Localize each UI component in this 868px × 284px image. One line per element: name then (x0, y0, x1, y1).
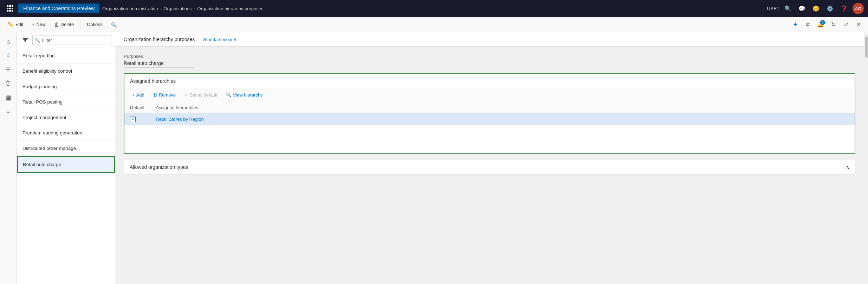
filter-input-wrap: 🔍 (32, 35, 111, 45)
purposes-field: Purposes Retail auto charge (124, 54, 855, 68)
trash-icon: 🗑 (153, 92, 157, 98)
close-icon[interactable]: ✕ (853, 19, 864, 30)
help-icon[interactable]: ❓ (838, 3, 850, 14)
filter-input[interactable] (32, 35, 111, 45)
view-hierarchy-button[interactable]: 🔍 View hierarchy (224, 91, 265, 99)
list-item[interactable]: Premium earning generation (17, 125, 115, 141)
main-layout: ⌂ ☆ ☰ ⏱ ▦ ≡ 🔍 Retail reporting Benefit e… (0, 32, 868, 284)
svg-rect-4 (9, 8, 11, 9)
sidebar-calendar-icon[interactable]: ▦ (2, 91, 15, 104)
breadcrumb: Organization administration › Organizati… (102, 6, 764, 11)
action-bar-right: ✦ ⧉ 🔔 0 ↻ ⤢ ✕ (790, 19, 864, 30)
list-item[interactable]: Distributed order manage... (17, 141, 115, 156)
sidebar-clock-icon[interactable]: ⏱ (2, 77, 15, 90)
svg-rect-8 (12, 10, 13, 12)
sidebar-icons: ⌂ ☆ ☰ ⏱ ▦ ≡ (0, 32, 17, 284)
action-divider (80, 20, 80, 29)
svg-rect-7 (9, 10, 11, 12)
list-filter-area: 🔍 (17, 32, 115, 48)
svg-rect-0 (7, 5, 8, 7)
detail-header: Organization hierarchy purposes | Standa… (115, 32, 864, 47)
col-default-header: Default (124, 102, 150, 113)
list-item[interactable]: Project management (17, 110, 115, 125)
list-item[interactable]: Retail POS posting (17, 94, 115, 110)
detail-panel: Organization hierarchy purposes | Standa… (115, 32, 864, 284)
view-selector[interactable]: Standard view ∨ (203, 37, 237, 42)
avatar[interactable]: AD (853, 3, 864, 14)
list-item[interactable]: Benefit eligibility control (17, 64, 115, 79)
default-checkbox-cell (124, 113, 150, 125)
breadcrumb-item-3[interactable]: Organization hierarchy purposes (197, 6, 264, 11)
filter-icon[interactable] (20, 35, 30, 45)
check-icon: ✓ (184, 92, 188, 98)
purposes-label: Purposes (124, 54, 855, 59)
assigned-hierarchies-label: Assigned hierarchies (124, 74, 855, 88)
username-label: USRT (767, 6, 779, 11)
top-bar-right: USRT 🔍 💬 😊 ⚙️ ❓ AD (767, 3, 864, 14)
list-item[interactable]: Budget planning (17, 79, 115, 94)
sidebar-home-icon[interactable]: ⌂ (2, 35, 15, 48)
col-assigned-header: Assigned hierarchies (150, 102, 855, 113)
default-checkbox[interactable] (130, 117, 136, 122)
allowed-org-types-header[interactable]: Allowed organization types ∧ (130, 164, 849, 170)
scrollbar[interactable] (864, 32, 868, 284)
refresh-icon[interactable]: ↻ (828, 19, 838, 30)
notification-badge: 0 (820, 20, 825, 25)
hierarchy-name-cell: Retail Stores by Region (150, 113, 855, 125)
separator: | (198, 37, 200, 42)
edit-button[interactable]: ✏️ Edit (4, 20, 27, 29)
sidebar-menu-icon[interactable]: ≡ (2, 105, 15, 118)
person-icon[interactable]: 😊 (810, 3, 822, 14)
allowed-org-types-section: Allowed organization types ∧ (124, 160, 855, 174)
chevron-down-icon: ∨ (233, 37, 237, 42)
maximize-icon[interactable]: ⤢ (841, 19, 851, 30)
notification-icon[interactable]: 🔔 0 (815, 19, 826, 30)
options-button[interactable]: Options (83, 20, 106, 29)
sidebar-star-icon[interactable]: ☆ (2, 49, 15, 62)
search-icon[interactable]: 🔍 (782, 3, 793, 14)
new-button[interactable]: + New (28, 20, 49, 29)
svg-rect-3 (7, 8, 8, 9)
hierarchy-link[interactable]: Retail Stores by Region (156, 117, 204, 122)
add-button[interactable]: + Add (130, 91, 147, 99)
delete-button[interactable]: 🗑 Delete (51, 20, 78, 29)
hierarchy-table: Default Assigned hierarchies (124, 102, 855, 125)
list-panel: 🔍 Retail reporting Benefit eligibility c… (17, 32, 115, 284)
action-bar: ✏️ Edit + New 🗑 Delete Options 🔍 ✦ ⧉ 🔔 0… (0, 17, 868, 32)
split-view-icon[interactable]: ⧉ (803, 19, 813, 30)
hierarchy-empty-space (124, 125, 855, 153)
edit-icon: ✏️ (8, 22, 14, 27)
set-as-default-button[interactable]: ✓ Set as default (182, 91, 220, 99)
chevron-up-icon: ∧ (846, 164, 849, 170)
add-icon: + (132, 92, 135, 98)
svg-rect-6 (7, 10, 8, 12)
table-row[interactable]: Retail Stores by Region (124, 113, 855, 125)
hierarchy-toolbar: + Add 🗑 Remove ✓ Set as default 🔍 View h… (124, 88, 855, 102)
settings-icon[interactable]: ⚙️ (824, 3, 836, 14)
scrollbar-thumb (865, 37, 868, 58)
breadcrumb-item-1[interactable]: Organization administration (102, 6, 158, 11)
top-bar: Finance and Operations Preview Organizat… (0, 0, 868, 17)
purposes-value: Retail auto charge (124, 60, 194, 68)
remove-button[interactable]: 🗑 Remove (151, 91, 178, 99)
breadcrumb-chevron-2: › (194, 6, 195, 11)
filter-search-icon: 🔍 (34, 38, 40, 43)
list-item[interactable]: Retail reporting (17, 48, 115, 64)
assigned-hierarchies-section: Assigned hierarchies + Add 🗑 Remove ✓ Se… (124, 73, 855, 154)
sidebar-list-icon[interactable]: ☰ (2, 63, 15, 76)
svg-rect-2 (12, 5, 13, 7)
breadcrumb-chevron-1: › (160, 6, 161, 11)
app-title: Finance and Operations Preview (18, 4, 99, 13)
svg-rect-5 (12, 8, 13, 9)
list-items: Retail reporting Benefit eligibility con… (17, 48, 115, 284)
detail-content: Purposes Retail auto charge Assigned hie… (115, 47, 864, 181)
search-icon: 🔍 (226, 92, 232, 98)
list-item-active[interactable]: Retail auto charge (17, 156, 115, 173)
comment-icon[interactable]: 💬 (796, 3, 808, 14)
delete-icon: 🗑 (54, 22, 59, 27)
plus-icon: + (32, 22, 34, 27)
breadcrumb-item-2[interactable]: Organizations (163, 6, 192, 11)
grid-menu-icon[interactable] (4, 3, 15, 14)
svg-rect-1 (9, 5, 11, 7)
personalize-icon[interactable]: ✦ (790, 19, 801, 30)
